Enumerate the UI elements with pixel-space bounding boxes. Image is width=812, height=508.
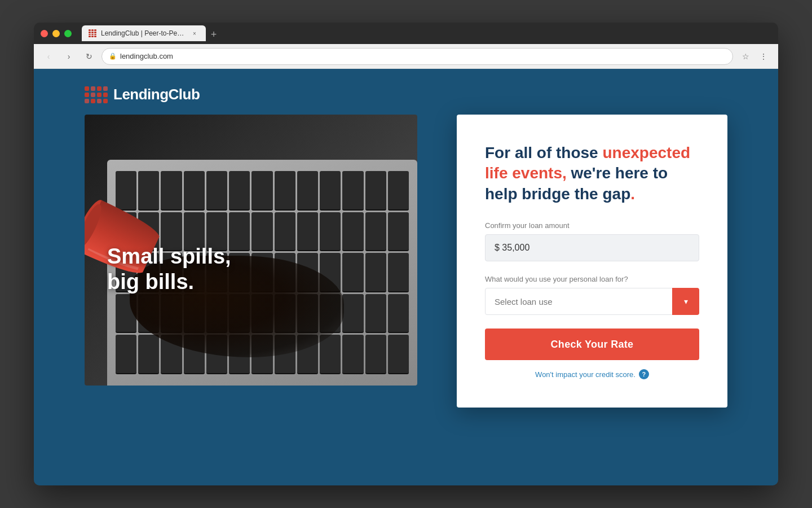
minimize-button[interactable] [52,30,60,37]
loan-use-input[interactable] [485,288,699,315]
hero-image: Small spills, big bills. [85,115,417,386]
tab-close-button[interactable]: × [190,29,199,38]
bookmark-button[interactable]: ☆ [738,49,753,64]
tab-favicon [89,29,96,37]
lock-icon: 🔒 [109,52,117,60]
logo-text: LendingClub [113,86,200,103]
loan-amount-input[interactable] [485,234,699,261]
tab-title: LendingClub | Peer-to-Peer Le... [101,29,186,37]
dropdown-arrow-button[interactable]: ▾ [672,288,699,315]
chevron-down-icon: ▾ [684,297,688,306]
close-button[interactable] [41,30,48,37]
refresh-button[interactable]: ↻ [81,49,97,64]
check-rate-button[interactable]: Check Your Rate [485,329,699,360]
no-credit-impact-text: Won't impact your credit score. ? [485,369,699,379]
logo: LendingClub [85,86,778,103]
active-tab[interactable]: LendingClub | Peer-to-Peer Le... × [82,25,206,41]
loan-use-label: What would you use your personal loan fo… [485,275,699,283]
headline-highlight: unexpectedlife events, [485,144,690,182]
back-button[interactable]: ‹ [41,49,56,64]
hero-line2: big bills. [107,269,231,295]
page-header: LendingClub [34,69,778,103]
help-icon[interactable]: ? [639,369,649,379]
form-panel: For all of those unexpectedlife events, … [457,115,727,408]
more-menu-button[interactable]: ⋮ [756,49,771,64]
hero-headline: Small spills, big bills. [107,244,231,295]
browser-window: LendingClub | Peer-to-Peer Le... × + ‹ ›… [34,23,778,485]
url-text: lendingclub.com [120,52,173,60]
browser-titlebar: LendingClub | Peer-to-Peer Le... × + [34,23,778,44]
maximize-button[interactable] [64,30,72,37]
main-area: Small spills, big bills. For all of thos… [34,103,778,475]
no-impact-label: Won't impact your credit score. [535,370,636,379]
form-headline: For all of those unexpectedlife events, … [485,143,699,204]
browser-tabs: LendingClub | Peer-to-Peer Le... × + [82,25,222,41]
browser-navbar: ‹ › ↻ 🔒 lendingclub.com ☆ ⋮ [34,44,778,69]
loan-use-select-wrapper: ▾ [485,288,699,315]
new-tab-button[interactable]: + [206,28,222,41]
hero-line1: Small spills, [107,244,231,270]
hero-text: Small spills, big bills. [107,244,231,295]
nav-actions: ☆ ⋮ [738,49,771,64]
loan-use-group: What would you use your personal loan fo… [485,275,699,315]
address-bar[interactable]: 🔒 lendingclub.com [102,48,733,65]
logo-grid-icon [85,86,108,103]
page-content: LendingClub [34,69,778,485]
forward-button[interactable]: › [61,49,77,64]
headline-dot: . [630,185,635,203]
loan-amount-label: Confirm your loan amount [485,221,699,230]
loan-amount-group: Confirm your loan amount [485,221,699,261]
